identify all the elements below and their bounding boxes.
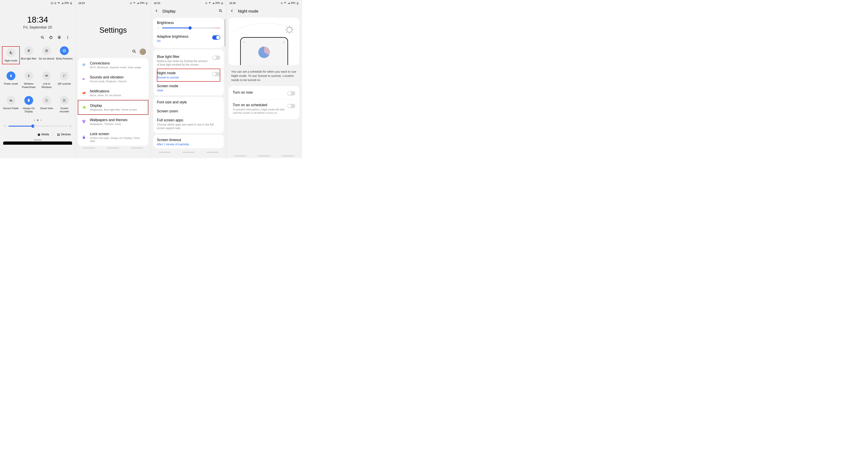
svg-rect-22 — [65, 76, 65, 77]
size-card: Font size and style Screen zoom Full scr… — [153, 97, 224, 133]
svg-rect-32 — [59, 135, 60, 136]
svg-point-40 — [84, 92, 86, 93]
timeout-card: Screen timeout After 1 minute of inactiv… — [153, 135, 224, 148]
scheduled-toggle[interactable] — [287, 104, 295, 108]
settings-item-connections[interactable]: ConnectionsWi-Fi, Bluetooth, Airplane mo… — [78, 58, 148, 72]
signal-icon — [212, 2, 214, 4]
tile-smartview[interactable]: Smart View — [38, 96, 56, 113]
turn-on-now-row[interactable]: Turn on now — [233, 87, 295, 99]
nightmode-options: Turn on now Turn on as scheduled To prev… — [229, 86, 299, 119]
grid-icon — [57, 133, 60, 136]
tile-dnd[interactable]: Do not disturb — [38, 46, 56, 64]
settings-item-sounds[interactable]: Sounds and vibrationSound mode, Ringtone… — [78, 72, 148, 86]
wifi-icon — [82, 63, 86, 67]
svg-point-56 — [284, 43, 284, 43]
tile-bixby[interactable]: Bixby Routines — [56, 46, 73, 64]
timeout-row[interactable]: Screen timeout After 1 minute of inactiv… — [157, 137, 220, 147]
tile-recorder[interactable]: Screen recorder — [56, 96, 73, 113]
phone-illustration — [240, 37, 288, 65]
search-icon[interactable] — [132, 49, 136, 54]
font-row[interactable]: Font size and style — [157, 98, 220, 107]
adaptive-toggle[interactable] — [212, 35, 220, 40]
tile-power-mode[interactable]: Power mode — [2, 71, 20, 89]
tile-secure-folder[interactable]: Secure Folder — [2, 96, 20, 113]
zoom-row[interactable]: Screen zoom — [157, 107, 220, 116]
nightmode-header: Night mode — [226, 6, 302, 17]
svg-point-47 — [219, 9, 221, 11]
recorder-icon — [60, 96, 69, 105]
nav-handle[interactable] — [0, 139, 75, 140]
brightness-slider[interactable] — [162, 28, 220, 28]
svg-point-50 — [285, 3, 285, 4]
settings-icon[interactable] — [57, 35, 61, 40]
bluelight-toggle[interactable] — [212, 56, 220, 60]
svg-rect-16 — [10, 75, 11, 77]
status-bar: 18:33 20% — [75, 0, 151, 6]
nfc-icon — [51, 2, 53, 4]
media-button[interactable]: Media — [37, 133, 49, 136]
back-icon[interactable] — [155, 9, 158, 13]
search-icon[interactable] — [40, 35, 44, 40]
svg-rect-24 — [28, 99, 30, 102]
tile-link-windows[interactable]: Link to Windows — [38, 71, 56, 89]
bixby-icon — [60, 46, 69, 55]
svg-rect-36 — [146, 3, 147, 4]
svg-point-11 — [67, 38, 68, 39]
settings-screen: 18:33 20% Settings ConnectionsWi-Fi, Blu… — [75, 0, 151, 158]
dnd-icon — [42, 46, 51, 55]
search-icon[interactable] — [219, 9, 223, 13]
illustration-card — [229, 18, 299, 65]
screen-mode-row[interactable]: Screen mode Vivid — [157, 82, 220, 95]
tile-powershare[interactable]: Wireless PowerShare — [20, 71, 37, 89]
power-icon[interactable] — [49, 35, 53, 40]
chevron-down-icon[interactable] — [69, 125, 72, 128]
signal-icon — [287, 2, 290, 4]
nav-bar[interactable] — [226, 154, 302, 158]
night-mode-toggle[interactable] — [212, 72, 220, 76]
settings-item-notifications[interactable]: NotificationsBlock, Allow, Do not distur… — [78, 86, 148, 100]
tile-qr[interactable]: QR scanner — [56, 71, 73, 89]
status-bar: 18:35 20% — [226, 0, 302, 6]
nav-bar[interactable] — [151, 150, 226, 155]
display-icon — [82, 105, 87, 110]
panel-clock: 18:34 — [0, 15, 75, 25]
svg-point-15 — [63, 49, 66, 52]
svg-point-34 — [134, 3, 134, 4]
back-icon[interactable] — [230, 9, 234, 13]
svg-rect-46 — [222, 3, 223, 4]
settings-item-display[interactable]: DisplayBrightness, Blue light filter, Ho… — [78, 100, 148, 115]
fullscreen-row[interactable]: Full screen apps Choose which apps you w… — [157, 116, 220, 132]
svg-rect-20 — [65, 75, 65, 75]
notifications-icon — [82, 91, 86, 95]
nav-bar[interactable] — [75, 146, 151, 151]
tile-blue-light[interactable]: Blue light filter — [20, 46, 37, 64]
status-bar: 20% — [0, 0, 75, 6]
svg-rect-21 — [63, 76, 64, 77]
turn-on-now-toggle[interactable] — [287, 91, 295, 96]
panel-action-row — [0, 30, 75, 44]
more-icon[interactable] — [66, 35, 70, 40]
tile-night-mode[interactable]: Night mode — [2, 46, 20, 64]
tile-aod[interactable]: Always On Display — [20, 96, 37, 113]
svg-point-26 — [64, 100, 65, 101]
night-mode-row[interactable]: Night modeSunset to sunrise — [157, 69, 220, 82]
brightness-slider[interactable] — [8, 126, 67, 127]
devices-button[interactable]: Devices — [57, 133, 71, 136]
svg-point-41 — [83, 106, 85, 108]
scheduled-row[interactable]: Turn on as scheduled To prevent interrup… — [233, 99, 295, 118]
settings-item-lockscreen[interactable]: Lock screenScreen lock type, Always On D… — [78, 129, 148, 146]
settings-item-wallpapers[interactable]: Wallpapers and themesWallpapers, Themes,… — [78, 115, 148, 129]
brightness-slider-row — [157, 25, 220, 32]
battery-icon — [296, 2, 299, 4]
account-avatar[interactable] — [140, 48, 146, 55]
light-card: Blue light filterReduce eye strain by li… — [153, 50, 224, 95]
bluelight-row[interactable]: Blue light filterReduce eye strain by li… — [157, 52, 220, 69]
battery-icon — [70, 2, 72, 4]
signal-icon — [61, 2, 63, 4]
sun-icon — [285, 25, 294, 34]
battery-icon — [221, 2, 223, 4]
pie-illustration — [258, 46, 270, 58]
adaptive-brightness-row[interactable]: Adaptive brightnessOn — [157, 32, 220, 45]
moon-icon — [7, 48, 16, 57]
chevron-left-icon — [243, 41, 246, 43]
